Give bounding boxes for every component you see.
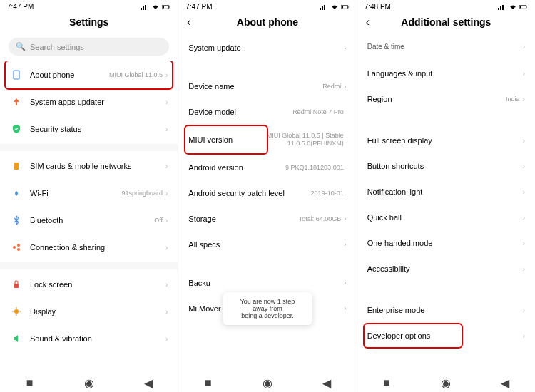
developer-toast: You are now 1 step away from being a dev…: [223, 292, 312, 325]
row-wifi[interactable]: Wi-Fi 91springboard ›: [0, 180, 178, 207]
row-lock-screen[interactable]: Lock screen ›: [0, 271, 178, 298]
home-button[interactable]: ◉: [84, 378, 94, 388]
recents-button[interactable]: ■: [25, 378, 35, 388]
battery-icon: [519, 4, 528, 10]
header: ‹ Additional settings: [357, 12, 535, 35]
row-full-screen-display[interactable]: Full screen display ›: [357, 128, 535, 153]
signal-icon: [320, 4, 328, 10]
shield-icon: [10, 123, 23, 135]
status-icons: [320, 4, 350, 10]
chevron-right-icon: ›: [165, 281, 168, 289]
home-button[interactable]: ◉: [263, 378, 272, 388]
spacer: [178, 257, 356, 270]
svg-rect-10: [14, 284, 19, 288]
row-about-phone[interactable]: About phone MIUI Global 11.0.5 ›: [0, 61, 178, 88]
chevron-right-icon: ›: [344, 215, 346, 222]
battery-icon: [162, 4, 170, 10]
divider: [0, 262, 178, 269]
wifi-icon: [509, 4, 517, 10]
back-button[interactable]: ◀: [500, 378, 510, 388]
back-icon[interactable]: ‹: [366, 16, 370, 29]
header: Settings: [0, 12, 178, 35]
svg-rect-0: [141, 8, 142, 10]
row-bluetooth[interactable]: Bluetooth Off ›: [0, 207, 178, 234]
row-connection-sharing[interactable]: Connection & sharing ›: [0, 234, 178, 261]
row-device-model[interactable]: Device model Redmi Note 7 Pro: [178, 99, 356, 125]
wifi-icon: [151, 4, 160, 10]
row-sound-vibration[interactable]: Sound & vibration ›: [0, 325, 178, 352]
nav-bar: ■ ◉ ◀: [0, 372, 178, 392]
back-button[interactable]: ◀: [322, 378, 332, 388]
home-button[interactable]: ◉: [441, 378, 451, 388]
svg-point-9: [17, 248, 20, 251]
row-button-shortcuts[interactable]: Button shortcuts ›: [357, 153, 535, 179]
settings-list: About phone MIUI Global 11.0.5 › System …: [0, 61, 178, 372]
additional-settings-screen: 7:48 PM ‹ Additional settings Date & tim…: [357, 0, 535, 392]
svg-rect-23: [500, 6, 501, 10]
svg-rect-2: [145, 5, 146, 10]
chevron-right-icon: ›: [523, 332, 525, 340]
chevron-right-icon: ›: [344, 304, 346, 312]
row-security-status[interactable]: Security status ›: [0, 115, 178, 143]
row-storage[interactable]: Storage Total: 64.00GB ›: [178, 206, 356, 232]
row-security-patch[interactable]: Android security patch level 2019-10-01: [178, 180, 356, 206]
row-developer-options[interactable]: Developer options ›: [357, 323, 535, 349]
status-bar: 7:47 PM: [178, 0, 356, 12]
row-system-apps-updater[interactable]: System apps updater ›: [0, 88, 178, 115]
back-button[interactable]: ◀: [143, 378, 153, 388]
page-title: Additional settings: [366, 16, 526, 28]
svg-rect-6: [14, 71, 19, 79]
svg-rect-17: [322, 6, 323, 10]
row-android-version[interactable]: Android version 9 PKQ1.181203.001: [178, 155, 356, 180]
search-placeholder: Search settings: [30, 43, 84, 51]
row-enterprise-mode[interactable]: Enterprise mode ›: [357, 297, 535, 323]
row-quick-ball[interactable]: Quick ball ›: [357, 205, 535, 230]
svg-rect-18: [324, 5, 325, 10]
nav-bar: ■ ◉ ◀: [357, 372, 535, 392]
row-system-update[interactable]: System update ›: [178, 35, 356, 61]
row-accessibility[interactable]: Accessibility ›: [357, 256, 535, 282]
chevron-right-icon: ›: [165, 98, 168, 106]
row-region[interactable]: Region India ›: [357, 86, 535, 112]
recents-button[interactable]: ■: [382, 378, 392, 388]
status-bar: 7:47 PM: [0, 0, 178, 12]
chevron-right-icon: ›: [523, 70, 525, 78]
chevron-right-icon: ›: [165, 163, 168, 170]
spacer: [178, 61, 356, 73]
bluetooth-icon: [10, 214, 23, 227]
chevron-right-icon: ›: [523, 265, 525, 273]
status-icons: [498, 4, 528, 10]
chevron-right-icon: ›: [523, 43, 525, 51]
row-one-handed-mode[interactable]: One-handed mode ›: [357, 230, 535, 256]
recents-button[interactable]: ■: [203, 378, 213, 388]
header: ‹ About phone: [178, 12, 356, 35]
speaker-icon: [10, 332, 23, 345]
sun-icon: [10, 305, 23, 318]
svg-rect-20: [347, 6, 348, 8]
row-all-specs[interactable]: All specs ›: [178, 232, 356, 257]
chevron-right-icon: ›: [165, 125, 168, 133]
about-phone-screen: 7:47 PM ‹ About phone System update › De…: [178, 0, 357, 392]
nav-bar: ■ ◉ ◀: [178, 372, 356, 392]
row-sim-cards[interactable]: SIM cards & mobile networks ›: [0, 153, 178, 180]
arrow-up-icon: [10, 96, 23, 108]
row-notification-light[interactable]: Notification light ›: [357, 179, 535, 205]
chevron-right-icon: ›: [165, 308, 168, 316]
svg-rect-5: [163, 6, 164, 8]
row-device-name[interactable]: Device name Redmi ›: [178, 73, 356, 99]
chevron-right-icon: ›: [344, 240, 346, 248]
search-bar[interactable]: 🔍 Search settings: [9, 38, 169, 56]
chevron-right-icon: ›: [165, 335, 168, 343]
chevron-right-icon: ›: [523, 137, 525, 145]
back-icon[interactable]: ‹: [187, 16, 190, 29]
row-display[interactable]: Display ›: [0, 298, 178, 325]
row-miui-version[interactable]: MIUI version MIUI Global 11.0.5 | Stable…: [178, 125, 356, 155]
row-languages-input[interactable]: Languages & input ›: [357, 61, 535, 86]
chevron-right-icon: ›: [523, 163, 525, 170]
clock: 7:47 PM: [185, 3, 212, 11]
svg-rect-24: [502, 5, 504, 10]
sim-icon: [10, 160, 23, 172]
clock: 7:48 PM: [365, 3, 391, 11]
phone-icon: [10, 68, 23, 81]
row-date-time[interactable]: Date & time ›: [357, 35, 535, 61]
